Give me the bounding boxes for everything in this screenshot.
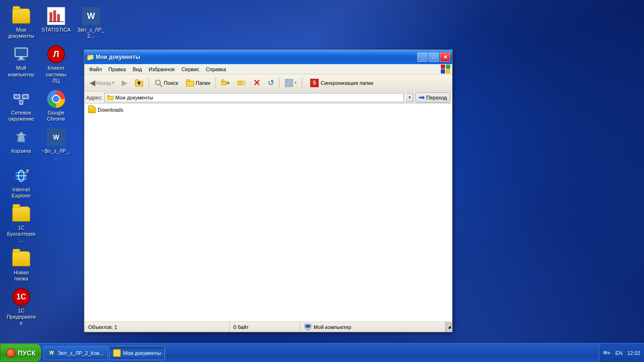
desktop-icon-mypc[interactable]: Мой компьютер: [5, 43, 38, 86]
status-location-text: Мой компьютер: [314, 324, 351, 330]
up-button[interactable]: [132, 76, 147, 90]
move-button[interactable]: [218, 76, 233, 90]
address-field[interactable]: Мои документы: [105, 93, 405, 102]
move-icon: [221, 79, 230, 87]
address-dropdown[interactable]: ▾: [406, 93, 413, 102]
svg-rect-27: [222, 80, 224, 82]
desktop-icon-1c-buh[interactable]: 1С Бухгалтерія...: [5, 203, 38, 246]
file-area[interactable]: Downloads: [84, 104, 452, 321]
taskbar: ПУСК W Звіт_з_ЛР_2_Ков... Мои документы …: [0, 343, 644, 362]
search-label: Поиск: [164, 80, 178, 86]
desktop-icon-new-folder[interactable]: Новая папка: [5, 247, 38, 284]
search-icon: [154, 79, 163, 87]
folders-icon: [186, 79, 194, 87]
desktop-icon-zvit[interactable]: W Звіт_з_ЛР_2...: [74, 5, 107, 41]
resize-handle: ◢: [446, 322, 452, 332]
folders-button[interactable]: Папки: [182, 76, 214, 90]
window-controls: _ □ ✕: [417, 52, 450, 62]
taskbar-items: W Звіт_з_ЛР_2_Ков... Мои документы: [41, 344, 599, 362]
svg-rect-29: [240, 81, 245, 85]
menu-file[interactable]: Файл: [86, 66, 105, 73]
taskbar-item-zvit[interactable]: W Звіт_з_ЛР_2_Ков...: [43, 346, 108, 360]
svg-rect-25: [186, 80, 190, 82]
svg-rect-41: [608, 352, 610, 354]
start-button[interactable]: ПУСК: [0, 344, 41, 362]
toolbar-separator-3: [279, 77, 280, 89]
back-button[interactable]: ◀ Назад ▾: [86, 76, 117, 90]
desktop-icon-zvit2[interactable]: W ~$іт_з_ЛР_...: [40, 126, 73, 162]
folder-item-icon: [88, 107, 96, 113]
svg-rect-40: [603, 351, 607, 354]
ie-icon: [13, 167, 30, 184]
mypc-small-icon: [304, 323, 312, 331]
sync-icon: S: [310, 79, 319, 87]
desktop-icon-label: Мой компьютер: [7, 65, 36, 77]
desktop-icon-ie[interactable]: Internet Explorer: [5, 165, 38, 201]
forward-arrow-icon: ▶: [122, 78, 127, 87]
network-tray-icon: [603, 349, 611, 357]
svg-rect-32: [285, 83, 289, 87]
taskbar-word-icon: W: [48, 349, 55, 357]
status-objects: Объектов: 1: [84, 322, 230, 332]
copy-icon: [237, 79, 246, 87]
undo-button[interactable]: ↺: [264, 76, 277, 90]
menu-view[interactable]: Вид: [130, 66, 145, 73]
desktop-icon-label: ~$іт_з_ЛР_...: [41, 148, 71, 160]
svg-rect-3: [57, 14, 60, 22]
desktop-icon-label: Мои документы: [7, 27, 36, 39]
status-objects-text: Объектов: 1: [88, 324, 117, 330]
forward-button[interactable]: ▶: [118, 76, 131, 90]
sync-button[interactable]: S Синхронизация папки: [306, 76, 378, 90]
network-icon: [13, 90, 30, 107]
svg-rect-39: [306, 329, 310, 330]
maximize-button[interactable]: □: [429, 52, 439, 62]
menu-help[interactable]: Справка: [203, 66, 229, 73]
word2-icon: W: [47, 128, 65, 146]
views-button[interactable]: ▾: [281, 76, 300, 90]
desktop-icon-1c-pred[interactable]: 1С 1С Предприятие: [5, 286, 38, 329]
menu-edit[interactable]: Правка: [106, 66, 129, 73]
menu-favorites[interactable]: Избранное: [146, 66, 178, 73]
desktop-icon-network[interactable]: Сетевое окружение: [5, 88, 38, 124]
svg-rect-21: [135, 80, 139, 82]
search-button[interactable]: Поиск: [151, 76, 182, 90]
svg-rect-8: [17, 59, 25, 60]
folder-item-downloads[interactable]: Downloads: [86, 106, 450, 114]
delete-icon: ✕: [253, 78, 260, 88]
svg-rect-37: [305, 325, 310, 328]
desktop-icon-chrome[interactable]: Google Chrome: [40, 88, 73, 124]
my-documents-window: 📁 Мои документы _ □ ✕ Файл Правка Вид Из…: [84, 49, 453, 332]
svg-rect-24: [186, 81, 194, 86]
desktop-icon-label: Новая папка: [7, 270, 36, 282]
desktop-icon-recycle[interactable]: Корзина: [5, 126, 38, 162]
svg-rect-12: [23, 95, 28, 98]
menubar: Файл Правка Вид Избранное Сервис Справка: [84, 64, 452, 74]
toolbar-separator-1: [149, 77, 149, 89]
desktop-icon-label: STATISTICA: [41, 27, 71, 33]
go-button[interactable]: ➡ Переход: [415, 92, 450, 103]
desktop-icon-label: Клиент системы ЛЦ: [41, 65, 71, 84]
svg-rect-6: [16, 49, 27, 56]
toolbar: ◀ Назад ▾ ▶: [84, 74, 452, 91]
svg-rect-30: [285, 79, 289, 82]
address-value: Мои документы: [116, 95, 153, 100]
desktop-icon-statistica[interactable]: STATISTICA: [40, 5, 73, 41]
client-icon: Л: [47, 45, 65, 63]
back-dropdown-icon[interactable]: ▾: [112, 81, 114, 85]
taskbar-item-mydocs[interactable]: Мои документы: [109, 346, 165, 360]
views-dropdown-icon[interactable]: ▾: [295, 81, 297, 85]
close-button[interactable]: ✕: [440, 52, 450, 62]
status-location: Мой компьютер: [300, 322, 446, 332]
language-indicator[interactable]: EN: [615, 350, 622, 356]
svg-rect-31: [289, 79, 293, 82]
desktop-icon-my-documents[interactable]: Мои документы: [5, 5, 38, 41]
menu-tools[interactable]: Сервис: [179, 66, 202, 73]
copy-button[interactable]: [234, 76, 249, 90]
desktop-icon-client[interactable]: Л Клиент системы ЛЦ: [40, 43, 73, 86]
toolbar-separator-2: [215, 77, 216, 89]
go-label: Переход: [426, 95, 447, 100]
minimize-button[interactable]: _: [417, 52, 428, 62]
delete-button[interactable]: ✕: [250, 76, 264, 90]
folder-item-name: Downloads: [98, 107, 123, 113]
desktop-icon-label: Internet Explorer: [7, 187, 36, 199]
